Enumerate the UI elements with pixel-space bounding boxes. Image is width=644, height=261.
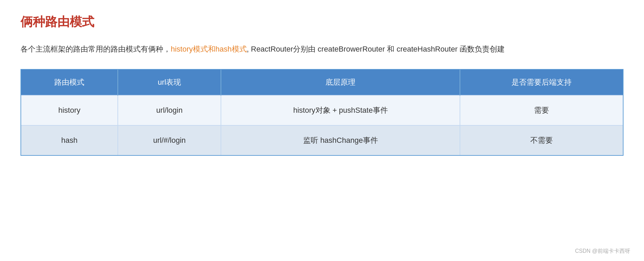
page-title: 俩种路由模式 — [20, 14, 624, 30]
table-row: hashurl/#/login监听 hashChange事件不需要 — [21, 125, 623, 155]
intro-highlight: history模式和hash模式 — [171, 45, 247, 53]
col-header-backend: 是否需要后端支持 — [460, 70, 623, 95]
table-cell-1-3: 不需要 — [460, 125, 623, 155]
table-cell-1-2: 监听 hashChange事件 — [221, 125, 460, 155]
table-cell-1-0: hash — [21, 125, 118, 155]
intro-after-highlight: , ReactRouter分别由 createBrowerRouter 和 cr… — [247, 45, 505, 53]
table-body: historyurl/loginhistory对象 + pushState事件需… — [21, 95, 623, 155]
table-row: historyurl/loginhistory对象 + pushState事件需… — [21, 95, 623, 125]
table-cell-0-3: 需要 — [460, 95, 623, 125]
table-cell-0-2: history对象 + pushState事件 — [221, 95, 460, 125]
page-container: 俩种路由模式 各个主流框架的路由常用的路由模式有俩种，history模式和has… — [0, 0, 644, 261]
intro-paragraph: 各个主流框架的路由常用的路由模式有俩种，history模式和hash模式, Re… — [20, 43, 624, 55]
col-header-principle: 底层原理 — [221, 70, 460, 95]
table-cell-0-0: history — [21, 95, 118, 125]
col-header-mode: 路由模式 — [21, 70, 118, 95]
intro-before-highlight: 各个主流框架的路由常用的路由模式有俩种， — [20, 45, 171, 53]
routing-table: 路由模式 url表现 底层原理 是否需要后端支持 historyurl/logi… — [21, 70, 623, 155]
footer-credit: CSDN @前端卡卡西呀 — [575, 248, 630, 255]
table-cell-0-1: url/login — [118, 95, 221, 125]
routing-table-wrapper: 路由模式 url表现 底层原理 是否需要后端支持 historyurl/logi… — [20, 69, 624, 156]
table-header-row: 路由模式 url表现 底层原理 是否需要后端支持 — [21, 70, 623, 95]
table-cell-1-1: url/#/login — [118, 125, 221, 155]
col-header-url: url表现 — [118, 70, 221, 95]
